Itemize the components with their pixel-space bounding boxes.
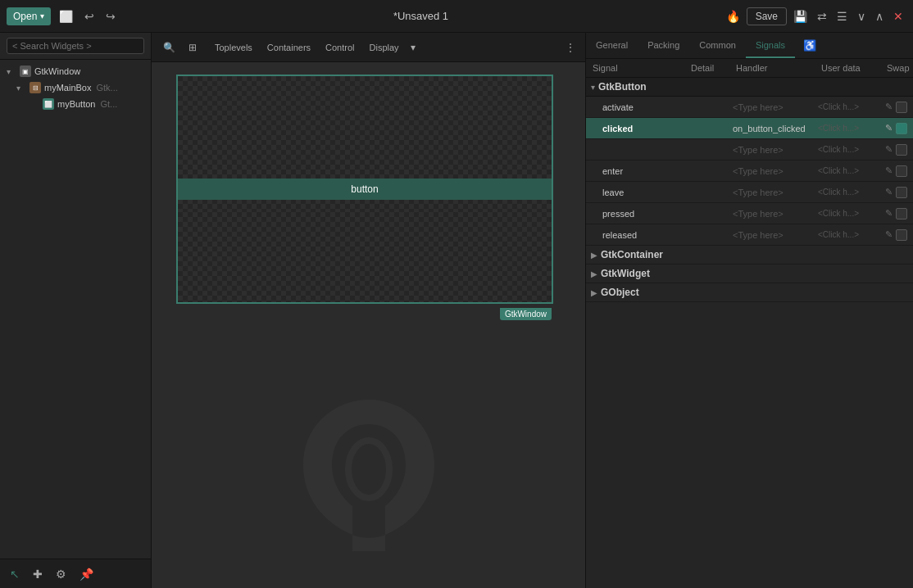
- tab-general[interactable]: General: [586, 34, 638, 58]
- canvas-grid-button[interactable]: ⊞: [184, 38, 202, 57]
- signal-check-activate[interactable]: [896, 102, 907, 113]
- nav-forward-button[interactable]: ∧: [872, 7, 887, 26]
- tab-display[interactable]: Display: [363, 39, 406, 56]
- tab-containers[interactable]: Containers: [261, 39, 317, 56]
- signal-detail-leave: [684, 189, 729, 196]
- topbar-right: 🔥 Save 💾 ⇄ ☰ ∨ ∧ ✕: [723, 7, 906, 26]
- signal-handler-activate[interactable]: <Type here>: [729, 99, 815, 115]
- button-icon: ⬜: [43, 98, 54, 110]
- signal-actions-clicked: ✎: [880, 121, 913, 135]
- signal-check-pressed[interactable]: [896, 208, 907, 219]
- signal-edit-pressed[interactable]: ✎: [883, 206, 894, 220]
- tree-item-mybutton[interactable]: ⬜ myButton Gt...: [0, 96, 151, 112]
- new-file-button[interactable]: ⬜: [56, 7, 76, 26]
- signal-userdata-released[interactable]: <Click h...>: [815, 227, 880, 242]
- signal-edit-enter[interactable]: ✎: [883, 164, 894, 178]
- signal-edit-empty[interactable]: ✎: [883, 142, 894, 156]
- signal-handler-empty[interactable]: <Type here>: [729, 142, 815, 158]
- section-gtkcontainer-label: GtkContainer: [601, 249, 663, 260]
- main-area: ▾ ▣ GtkWindow ▾ ⊟ myMainBox Gtk... ⬜ myB…: [0, 33, 913, 588]
- mymainbox-label: myMainBox: [44, 83, 91, 93]
- button-label-bar[interactable]: button: [178, 179, 552, 200]
- signal-userdata-leave[interactable]: <Click h...>: [815, 184, 880, 200]
- add-tool-button[interactable]: ✚: [30, 564, 46, 584]
- nav-back-button[interactable]: ∨: [854, 7, 869, 26]
- tab-packing[interactable]: Packing: [638, 34, 689, 58]
- signal-handler-leave[interactable]: <Type here>: [729, 184, 815, 201]
- gtkwindow-label: GtkWindow: [34, 66, 80, 76]
- th-swap: Swap: [880, 59, 913, 77]
- open-button[interactable]: Open ▾: [7, 7, 51, 25]
- menu-button[interactable]: ☰: [834, 7, 851, 26]
- tab-more-button[interactable]: ▾: [407, 38, 419, 57]
- gtk-window-inner: button: [178, 76, 552, 302]
- signal-userdata-clicked[interactable]: <Click h...>: [815, 120, 880, 136]
- cursor-tool-button[interactable]: ↖: [7, 564, 23, 584]
- section-gtkwidget-label: GtkWidget: [601, 268, 650, 279]
- section-gtkwidget[interactable]: ▶ GtkWidget: [586, 265, 913, 283]
- signal-handler-released[interactable]: <Type here>: [729, 227, 815, 243]
- gtk-window-widget[interactable]: button GtkWindow: [176, 75, 553, 304]
- section-gobject-label: GObject: [601, 287, 639, 298]
- signal-edit-released[interactable]: ✎: [883, 228, 894, 242]
- save-as-button[interactable]: 💾: [790, 7, 811, 26]
- redo-button[interactable]: ↪: [102, 7, 119, 26]
- expand-icon: ▾: [7, 67, 16, 76]
- signal-row-activate: activate <Type here> <Click h...> ✎: [586, 97, 913, 118]
- signal-userdata-pressed[interactable]: <Click h...>: [815, 206, 880, 221]
- preferences-button[interactable]: ⇄: [814, 7, 830, 26]
- signal-edit-leave[interactable]: ✎: [883, 185, 894, 199]
- section-toggle-gtkcontainer: ▶: [591, 251, 597, 260]
- signal-detail-activate: [684, 104, 729, 111]
- section-toggle-icon: ▾: [591, 83, 595, 92]
- search-bar: [0, 33, 151, 60]
- section-gtkbutton[interactable]: ▾ GtkButton: [586, 78, 913, 97]
- signal-actions-leave: ✎: [880, 185, 913, 199]
- accessibility-icon[interactable]: ♿: [795, 33, 824, 58]
- signal-handler-pressed[interactable]: <Type here>: [729, 206, 815, 222]
- signal-row-pressed: pressed <Type here> <Click h...> ✎: [586, 203, 913, 224]
- tab-overflow-button[interactable]: ⋮: [562, 38, 579, 57]
- signal-detail-enter: [684, 168, 729, 174]
- signal-check-released[interactable]: [896, 229, 907, 241]
- signal-userdata-enter[interactable]: <Click h...>: [815, 163, 880, 179]
- box-icon: ⊟: [30, 82, 41, 93]
- signal-handler-clicked[interactable]: on_button_clicked: [729, 120, 815, 137]
- signal-userdata-activate[interactable]: <Click h...>: [815, 99, 880, 115]
- undo-button[interactable]: ↩: [81, 7, 98, 26]
- tab-control[interactable]: Control: [319, 39, 361, 56]
- settings-tool-button[interactable]: ⚙: [52, 564, 70, 584]
- tree-item-gtkwindow[interactable]: ▾ ▣ GtkWindow: [0, 63, 151, 79]
- section-gtkcontainer[interactable]: ▶ GtkContainer: [586, 246, 913, 265]
- close-button[interactable]: ✕: [890, 7, 906, 26]
- pin-tool-button[interactable]: 📌: [76, 564, 97, 584]
- canvas-zoom-button[interactable]: 🔍: [158, 38, 180, 57]
- signal-edit-clicked[interactable]: ✎: [883, 121, 894, 135]
- tab-toplevels[interactable]: Toplevels: [208, 39, 259, 56]
- signal-name-pressed: pressed: [586, 206, 684, 222]
- signals-table: Signal Detail Handler User data Swap ▾ G…: [586, 59, 913, 588]
- signal-check-leave[interactable]: [896, 187, 907, 198]
- center-canvas: 🔍 ⊞ Toplevels Containers Control Display…: [152, 33, 585, 588]
- signal-row-clicked: clicked on_button_clicked <Click h...> ✎: [586, 118, 913, 139]
- mybutton-sublabel: Gt...: [100, 99, 117, 109]
- section-toggle-gobject: ▶: [591, 288, 597, 297]
- tab-signals[interactable]: Signals: [746, 34, 795, 58]
- signal-userdata-empty[interactable]: <Click h...>: [815, 142, 880, 157]
- th-handler: Handler: [729, 59, 815, 77]
- flame-icon-button[interactable]: 🔥: [723, 7, 743, 26]
- search-input[interactable]: [7, 38, 144, 54]
- signal-handler-enter[interactable]: <Type here>: [729, 163, 815, 179]
- signal-check-enter[interactable]: [896, 165, 907, 177]
- signal-check-empty[interactable]: [896, 144, 907, 156]
- tab-common[interactable]: Common: [689, 34, 746, 58]
- save-button[interactable]: Save: [747, 7, 787, 25]
- section-gobject[interactable]: ▶ GObject: [586, 283, 913, 302]
- signal-edit-activate[interactable]: ✎: [883, 100, 894, 114]
- tree-item-mymainbox[interactable]: ▾ ⊟ myMainBox Gtk...: [0, 79, 151, 96]
- th-userdata: User data: [815, 59, 880, 77]
- open-label: Open: [13, 11, 37, 22]
- props-tabs: General Packing Common Signals ♿: [586, 33, 913, 59]
- signal-check-clicked[interactable]: [896, 123, 907, 134]
- canvas-area: button GtkWindow: [152, 62, 585, 588]
